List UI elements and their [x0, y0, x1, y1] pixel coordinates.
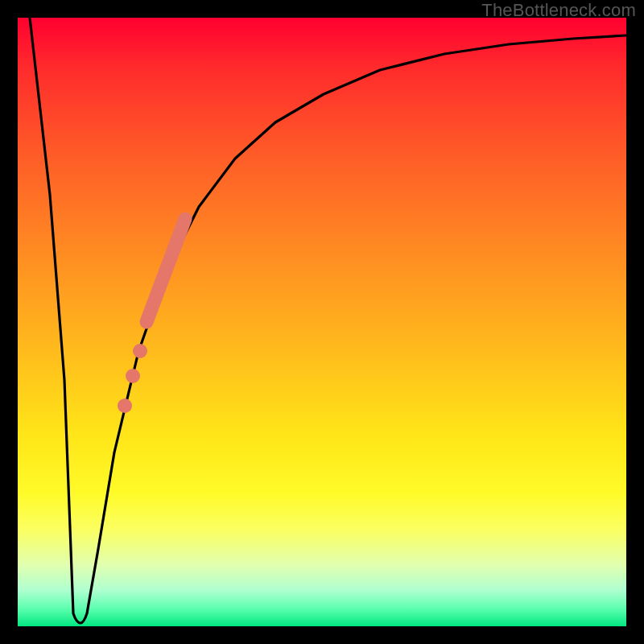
plot-area [18, 18, 626, 626]
curve-layer [18, 18, 626, 626]
highlight-dot-3 [118, 398, 132, 413]
highlight-segment [147, 219, 185, 322]
chart-frame: TheBottleneck.com [0, 0, 644, 644]
highlight-dot-1 [133, 344, 147, 358]
bottleneck-curve [30, 18, 626, 623]
watermark-text: TheBottleneck.com [481, 0, 636, 21]
highlight-dot-2 [126, 369, 140, 383]
